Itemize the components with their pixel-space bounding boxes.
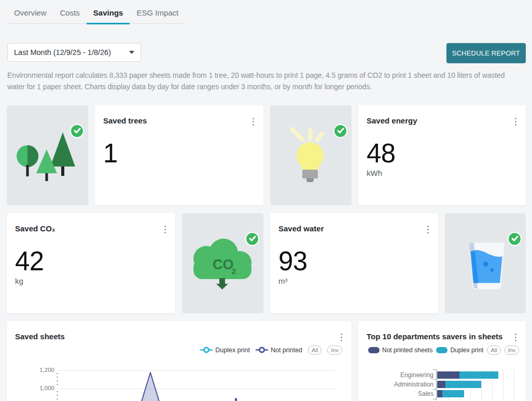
kebab-menu-icon[interactable] — [163, 225, 167, 235]
axis-tick — [433, 399, 436, 399]
saved-water-illustration — [445, 213, 526, 313]
bar-segment-not-printed[interactable] — [437, 371, 459, 379]
area-series — [58, 367, 334, 401]
trees-icon — [7, 105, 88, 205]
tab-overview[interactable]: Overview — [7, 9, 53, 23]
axis-tick — [433, 389, 436, 390]
check-badge-icon — [333, 124, 347, 138]
card-title: Saved trees — [95, 105, 263, 125]
saved-trees-illustration — [7, 105, 88, 205]
check-badge-icon — [70, 124, 84, 138]
date-range-value: Last Month (12/9/25 - 1/8/26) — [14, 48, 111, 57]
card-title: Saved water — [270, 213, 438, 233]
tab-costs[interactable]: Costs — [53, 9, 87, 23]
spike-main — [139, 372, 161, 401]
stats-row-2: Saved CO₂ 42 kg CO 2 Saved water 93 m³ — [7, 213, 526, 313]
tab-esg-impact[interactable]: ESG Impact — [130, 9, 185, 23]
saved-sheets-card: Saved sheets Duplex print Not printed Al… — [7, 321, 352, 401]
bar-row: Sales — [358, 390, 464, 397]
saved-energy-illustration — [270, 105, 352, 205]
card-title: Saved CO₂ — [7, 213, 175, 233]
check-badge-icon — [245, 232, 259, 246]
stat-unit: m³ — [278, 276, 438, 285]
bar-label: Sales — [358, 390, 433, 397]
axis-tick — [433, 379, 436, 380]
gridline — [514, 369, 514, 400]
spike-small-marker — [235, 398, 237, 400]
bar-segment-duplex[interactable] — [459, 371, 498, 379]
co2-cloud-icon: CO 2 — [182, 213, 263, 313]
stat-value: 42 — [15, 248, 175, 274]
report-description: Environmental report calculates 8,333 pa… — [7, 70, 521, 93]
saved-water-card: Saved water 93 m³ — [270, 213, 438, 313]
water-glass-icon — [445, 213, 526, 313]
bar-segment-duplex[interactable] — [445, 381, 481, 388]
bar-segment-not-printed[interactable] — [437, 381, 445, 388]
chevron-down-icon — [129, 51, 134, 54]
svg-text:2: 2 — [232, 267, 236, 275]
bar-row: Engineering — [358, 371, 498, 379]
check-badge-icon — [508, 232, 522, 246]
top-departments-chart: Engineering Administration Sales — [358, 321, 526, 401]
y-axis-label: 1,000 — [21, 385, 54, 391]
saved-co2-card: Saved CO₂ 42 kg — [7, 213, 175, 313]
charts-row: Saved sheets Duplex print Not printed Al… — [7, 321, 526, 401]
bar-label: Administration — [358, 381, 433, 388]
lightbulb-icon — [270, 105, 352, 205]
stat-unit: kg — [15, 276, 175, 285]
svg-text:CO: CO — [213, 257, 234, 272]
kebab-menu-icon[interactable] — [251, 117, 256, 127]
tab-bar: Overview Costs Savings ESG Impact — [7, 9, 185, 24]
kebab-menu-icon[interactable] — [426, 225, 430, 235]
bar-label: Engineering — [358, 371, 433, 379]
kebab-menu-icon[interactable] — [514, 117, 518, 127]
axis-tick — [433, 369, 436, 370]
stat-value: 48 — [367, 140, 526, 167]
date-range-select[interactable]: Last Month (12/9/25 - 1/8/26) — [7, 43, 141, 62]
stat-unit: kWh — [367, 169, 526, 177]
gridline — [503, 369, 503, 400]
y-axis-label: 1,200 — [21, 367, 54, 373]
bar-segment-duplex[interactable] — [442, 390, 464, 397]
saved-trees-card: Saved trees 1 — [95, 105, 263, 205]
bar-row: Administration — [358, 381, 481, 388]
stats-row-1: Saved trees 1 Saved energy 48 kWh — [7, 105, 526, 205]
bar-segment-not-printed[interactable] — [437, 390, 442, 397]
top-departments-card: Top 10 departments savers in sheets Not … — [358, 321, 526, 401]
schedule-report-button[interactable]: SCHEDULE REPORT — [446, 43, 526, 63]
card-title: Saved energy — [358, 105, 526, 125]
saved-sheets-chart: 1,200 1,000 — [7, 321, 352, 401]
stat-value: 1 — [103, 140, 263, 167]
saved-energy-card: Saved energy 48 kWh — [358, 105, 526, 205]
tab-savings[interactable]: Savings — [87, 9, 130, 23]
toolbar: Last Month (12/9/25 - 1/8/26) SCHEDULE R… — [7, 43, 526, 63]
saved-co2-illustration: CO 2 — [182, 213, 263, 313]
stat-value: 93 — [278, 248, 438, 274]
